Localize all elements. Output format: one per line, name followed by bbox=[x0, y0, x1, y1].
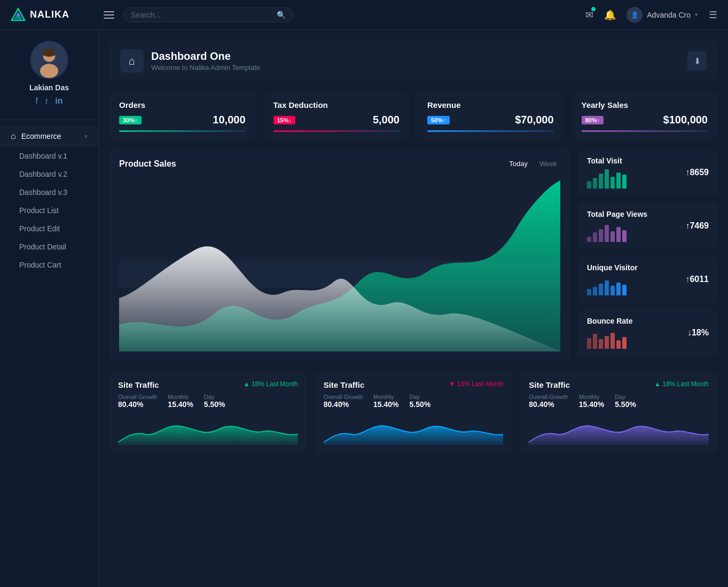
sidebar-item-dashboard-v2[interactable]: Dashboard v.2 bbox=[0, 165, 98, 183]
mini-bar bbox=[610, 286, 615, 295]
mini-stat-right: ↓18% bbox=[687, 328, 709, 338]
mini-stat-title: Total Page Views bbox=[587, 210, 647, 218]
mini-bar bbox=[593, 334, 597, 349]
sidebar-item-label: Ecommerce bbox=[21, 132, 79, 140]
mini-bar bbox=[587, 181, 591, 189]
traffic-stat-monthly: Monthly 15.40% bbox=[168, 394, 193, 409]
stat-value: $100,000 bbox=[663, 114, 708, 126]
sidebar-item-product-detail[interactable]: Product Detail bbox=[0, 238, 98, 256]
chart-area bbox=[119, 175, 560, 351]
traffic-stat-value: 80.40% bbox=[118, 400, 157, 409]
sidebar-item-dashboard-v3[interactable]: Dashboard v.3 bbox=[0, 183, 98, 201]
page-header-text: Dashboard One Welcome to Nalika Admin Te… bbox=[151, 50, 260, 72]
mini-stat-title: Bounce Rate bbox=[587, 317, 633, 325]
traffic-stat-growth: Overall Growth 80.40% bbox=[118, 394, 157, 409]
traffic-card-traffic-2: Site Traffic ▼ 18% Last Month Overall Gr… bbox=[315, 372, 512, 453]
mini-bar bbox=[599, 339, 603, 349]
linkedin-icon[interactable]: in bbox=[55, 96, 62, 106]
sidebar-item-product-list[interactable]: Product List bbox=[0, 201, 98, 220]
mini-bar bbox=[587, 338, 591, 349]
topnav: NALIKA 🔍 ✉ 🔔 👤 Advanda Cro ▾ ☰ bbox=[0, 0, 728, 30]
facebook-icon[interactable]: f bbox=[35, 96, 37, 106]
mini-bar bbox=[593, 178, 597, 189]
search-input[interactable] bbox=[131, 11, 272, 19]
social-icons: f t in bbox=[35, 96, 62, 106]
chart-tab-today[interactable]: Today bbox=[506, 159, 531, 169]
traffic-stat-label: Day bbox=[615, 394, 636, 400]
mini-bar bbox=[605, 280, 609, 295]
mini-bars bbox=[587, 223, 647, 242]
stat-value: 5,000 bbox=[373, 114, 400, 126]
sidebar-sublabel: Dashboard v.1 bbox=[19, 152, 67, 160]
mini-stat-right: ↑6011 bbox=[685, 275, 709, 284]
download-button[interactable]: ⬇ bbox=[687, 51, 707, 71]
chart-tab-week[interactable]: Week bbox=[536, 159, 560, 169]
mail-button[interactable]: ✉ bbox=[585, 9, 593, 21]
mini-bar bbox=[616, 340, 621, 349]
traffic-header: Site Traffic ▼ 18% Last Month bbox=[324, 380, 504, 389]
mini-bar bbox=[599, 284, 603, 295]
sidebar-sublabel: Dashboard v.3 bbox=[19, 188, 67, 197]
traffic-chart bbox=[118, 413, 298, 445]
sidebar-item-product-cart[interactable]: Product Cart bbox=[0, 256, 98, 274]
mini-stat-bounce-rate: Bounce Rate ↓18% bbox=[578, 309, 717, 356]
mini-bar bbox=[587, 289, 591, 295]
nav-menu-icon[interactable]: ☰ bbox=[709, 9, 717, 21]
stat-card-row: 15%↓ 5,000 bbox=[273, 114, 400, 126]
traffic-stat-value: 5.50% bbox=[204, 400, 225, 409]
twitter-icon[interactable]: t bbox=[45, 96, 48, 106]
traffic-badge: ▲ 18% Last Month bbox=[654, 380, 709, 388]
traffic-stat-label: Day bbox=[204, 394, 225, 400]
mini-bar bbox=[616, 227, 621, 242]
mini-stat-right: ↑8659 bbox=[685, 168, 709, 177]
home-icon: ⌂ bbox=[11, 131, 16, 141]
traffic-badge: ▼ 18% Last Month bbox=[449, 380, 503, 388]
sidebar-sublabel: Product Cart bbox=[19, 261, 61, 269]
mini-bar bbox=[593, 232, 597, 242]
traffic-stat-value: 15.40% bbox=[168, 400, 193, 409]
stat-card-orders: Orders 30%↑ 10,000 bbox=[109, 92, 255, 138]
stat-bar bbox=[273, 130, 400, 132]
traffic-stat-label: Monthly bbox=[168, 394, 193, 400]
stat-badge: 50%↑ bbox=[427, 116, 450, 124]
stat-card-row: 80%↑ $100,000 bbox=[582, 114, 708, 126]
mini-stat-left: Bounce Rate bbox=[587, 317, 633, 349]
sidebar-item-dashboard-v1[interactable]: Dashboard v.1 bbox=[0, 147, 98, 165]
traffic-title: Site Traffic bbox=[118, 380, 159, 389]
mini-bar bbox=[605, 225, 609, 242]
traffic-stat-monthly: Monthly 15.40% bbox=[579, 394, 604, 409]
stat-card-title: Yearly Sales bbox=[582, 100, 708, 109]
stat-bar bbox=[427, 130, 554, 132]
stat-cards: Orders 30%↑ 10,000 Tax Deduction 15%↓ 5,… bbox=[109, 92, 717, 138]
mini-stat-left: Total Visit bbox=[587, 156, 627, 189]
traffic-stat-growth: Overall Growth 80.40% bbox=[529, 394, 568, 409]
traffic-chart-svg bbox=[118, 413, 298, 445]
mini-stat-title: Total Visit bbox=[587, 156, 627, 165]
hamburger-menu[interactable] bbox=[104, 11, 114, 19]
traffic-stat-value: 5.50% bbox=[615, 400, 636, 409]
app-name: NALIKA bbox=[30, 9, 69, 20]
sidebar-item-ecommerce[interactable]: ⌂ Ecommerce ▾ bbox=[0, 126, 98, 147]
traffic-stats: Overall Growth 80.40% Monthly 15.40% Day… bbox=[529, 394, 709, 409]
avatar bbox=[30, 41, 68, 79]
mini-bars bbox=[587, 330, 633, 349]
bell-button[interactable]: 🔔 bbox=[604, 9, 616, 21]
mini-bar bbox=[610, 231, 615, 242]
mail-badge bbox=[591, 7, 596, 11]
traffic-stat-label: Monthly bbox=[579, 394, 604, 400]
mini-bar bbox=[610, 333, 615, 349]
chart-title: Product Sales bbox=[119, 159, 176, 169]
traffic-stat-monthly: Monthly 15.40% bbox=[373, 394, 398, 409]
sidebar-nav: ⌂ Ecommerce ▾ Dashboard v.1 Dashboard v.… bbox=[0, 126, 98, 274]
user-area[interactable]: 👤 Advanda Cro ▾ bbox=[627, 7, 698, 23]
right-stats: Total Visit ↑8659 Total Page Views ↑7469… bbox=[578, 149, 717, 361]
mini-bar bbox=[622, 285, 627, 295]
stat-bar bbox=[582, 130, 708, 132]
stat-badge: 80%↑ bbox=[582, 116, 604, 124]
mini-stat-value: ↑8659 bbox=[685, 168, 709, 177]
sidebar-sublabel: Product Edit bbox=[19, 224, 60, 233]
mini-bar bbox=[622, 230, 627, 242]
traffic-stat-label: Monthly bbox=[373, 394, 398, 400]
page-subtitle: Welcome to Nalika Admin Template bbox=[151, 64, 260, 72]
sidebar-item-product-edit[interactable]: Product Edit bbox=[0, 220, 98, 238]
